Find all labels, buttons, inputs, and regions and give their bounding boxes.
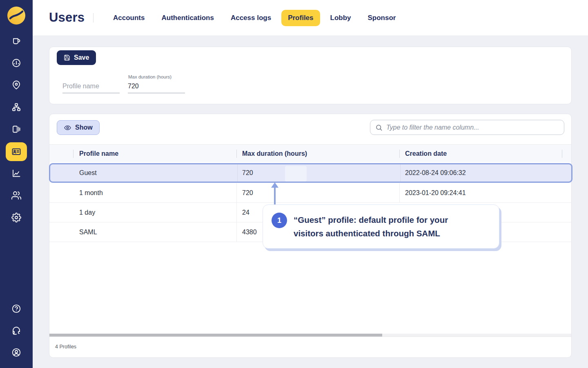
sidebar-item-users[interactable] bbox=[11, 191, 21, 200]
profiles-count: 4 Profiles bbox=[55, 344, 76, 350]
tab-sponsor[interactable]: Sponsor bbox=[368, 14, 396, 22]
save-icon bbox=[64, 54, 70, 61]
column-divider bbox=[562, 150, 562, 158]
callout-step-badge: 1 bbox=[272, 213, 287, 228]
sidebar-item-portal[interactable] bbox=[11, 124, 21, 134]
sidebar-item-settings[interactable] bbox=[11, 213, 21, 222]
cell-max-duration: 720 bbox=[242, 164, 253, 184]
horizontal-scrollbar-track bbox=[49, 334, 571, 337]
column-divider bbox=[399, 183, 400, 202]
show-button[interactable]: Show bbox=[57, 120, 100, 135]
filter-input[interactable] bbox=[386, 124, 559, 131]
sitemap-icon bbox=[11, 102, 21, 112]
users-icon bbox=[11, 191, 21, 200]
panels-icon bbox=[11, 124, 21, 134]
search-icon bbox=[375, 124, 383, 131]
callout-text-line2: visitors authenticated through SAML bbox=[294, 227, 490, 240]
sidebar-item-analytics[interactable] bbox=[11, 168, 21, 178]
filter-field bbox=[370, 120, 564, 135]
column-divider bbox=[236, 183, 237, 202]
callout-arrow-line bbox=[274, 187, 276, 204]
tab-profiles[interactable]: Profiles bbox=[281, 10, 320, 26]
cell-profile-name: SAML bbox=[79, 222, 97, 242]
cell-profile-name: 1 day bbox=[79, 203, 95, 222]
callout-tooltip: 1 “Guest” profile: default profile for y… bbox=[263, 204, 499, 249]
column-divider bbox=[399, 150, 400, 158]
callout-text: “Guest” profile: default profile for you… bbox=[294, 213, 490, 240]
tab-access-logs[interactable]: Access logs bbox=[231, 14, 271, 22]
sidebar-item-location[interactable] bbox=[11, 80, 21, 90]
app-logo[interactable] bbox=[7, 7, 25, 25]
tab-lobby[interactable]: Lobby bbox=[330, 14, 351, 22]
sidebar bbox=[0, 0, 33, 368]
column-divider bbox=[400, 164, 401, 182]
sidebar-item-support[interactable] bbox=[11, 325, 21, 335]
id-card-icon bbox=[11, 147, 21, 157]
column-header-profile-name[interactable]: Profile name bbox=[79, 145, 118, 163]
table-footer: 4 Profiles bbox=[49, 337, 571, 358]
top-bar: Users Accounts Authentications Access lo… bbox=[33, 0, 588, 36]
max-duration-label: Max duration (hours) bbox=[128, 74, 172, 79]
tab-bar: Accounts Authentications Access logs Pro… bbox=[113, 0, 396, 36]
sidebar-item-account[interactable] bbox=[11, 348, 21, 357]
column-header-creation-date[interactable]: Creation date bbox=[405, 145, 447, 163]
page-title: Users bbox=[49, 10, 85, 25]
callout-text-line1: “Guest” profile: default profile for you… bbox=[294, 213, 490, 227]
profile-form-card: Save Max duration (hours) bbox=[49, 47, 572, 104]
table-row-guest[interactable]: Guest 720 2022-08-24 09:06:32 bbox=[49, 163, 572, 183]
horizontal-scrollbar-thumb[interactable] bbox=[49, 334, 382, 337]
location-pin-icon bbox=[11, 80, 21, 90]
help-icon bbox=[11, 304, 21, 314]
tab-authentications[interactable]: Authentications bbox=[161, 14, 214, 22]
column-divider bbox=[237, 164, 238, 182]
column-header-max-duration[interactable]: Max duration (hours) bbox=[242, 145, 307, 163]
profile-name-input[interactable] bbox=[62, 81, 120, 93]
save-button[interactable]: Save bbox=[57, 50, 96, 65]
gauge-icon bbox=[11, 58, 21, 68]
column-divider bbox=[73, 150, 74, 158]
cell-creation-date: 2022-08-24 09:06:32 bbox=[405, 164, 466, 184]
cell-max-duration: 720 bbox=[242, 183, 253, 203]
cell-max-duration: 24 bbox=[242, 203, 249, 222]
table-row-1-month[interactable]: 1 month 720 2023-01-20 09:24:41 bbox=[49, 183, 571, 203]
cell-creation-date: 2023-01-20 09:24:41 bbox=[405, 183, 466, 203]
account-icon bbox=[11, 348, 21, 357]
sidebar-item-profiles[interactable] bbox=[11, 147, 21, 157]
cell-highlight bbox=[285, 166, 307, 182]
line-chart-icon bbox=[11, 168, 21, 178]
sidebar-item-gauge[interactable] bbox=[11, 58, 21, 68]
headset-icon bbox=[11, 325, 21, 335]
cell-profile-name: 1 month bbox=[79, 183, 103, 203]
column-divider bbox=[236, 222, 237, 242]
eye-icon bbox=[64, 124, 71, 132]
save-button-label: Save bbox=[74, 54, 89, 61]
max-duration-input[interactable] bbox=[128, 81, 185, 93]
mug-icon bbox=[11, 36, 21, 46]
sidebar-item-mug[interactable] bbox=[11, 36, 21, 46]
sidebar-item-help[interactable] bbox=[11, 304, 21, 314]
gear-icon bbox=[11, 213, 21, 222]
column-divider bbox=[236, 203, 237, 222]
column-divider bbox=[236, 150, 237, 158]
tab-accounts[interactable]: Accounts bbox=[113, 14, 145, 22]
cell-max-duration: 4380 bbox=[242, 222, 257, 242]
cell-profile-name: Guest bbox=[79, 164, 97, 184]
show-button-label: Show bbox=[75, 124, 93, 131]
sidebar-item-network[interactable] bbox=[11, 102, 21, 112]
title-divider bbox=[93, 13, 94, 22]
table-header-row: Profile name Max duration (hours) Creati… bbox=[49, 144, 571, 162]
